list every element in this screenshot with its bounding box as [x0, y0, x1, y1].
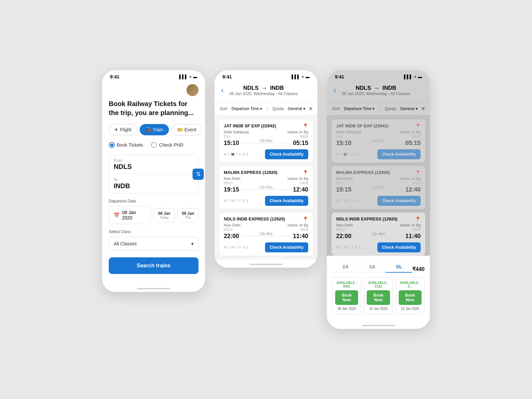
arrive-time-0: 05:15: [405, 140, 421, 147]
depart-time-1: 19:15: [336, 186, 351, 193]
tab-event[interactable]: 🎫 Event: [172, 124, 202, 135]
headline: Book Railway Tickets for the trip, you a…: [109, 99, 199, 117]
class-tab-3a[interactable]: 3A: [359, 261, 385, 272]
class-label: Select Class: [109, 229, 199, 234]
tab-train[interactable]: 🚂 Train: [140, 124, 169, 135]
class-tab-2a[interactable]: 2A: [332, 261, 359, 272]
swap-button[interactable]: ⇅: [193, 169, 204, 180]
class-tabs: 2A 3A SL: [332, 261, 412, 273]
from-name-1: New Delhi: [224, 177, 240, 181]
train-codes-0: DSJ INDB: [336, 135, 421, 138]
book-now-btn-2[interactable]: Book Now: [399, 290, 422, 305]
arrive-time-2: 11:40: [293, 233, 308, 240]
search-trains-button[interactable]: Search trains: [109, 257, 199, 274]
filter-icon-3[interactable]: ≡: [422, 106, 425, 112]
ticket-icon: 🎫: [177, 127, 183, 132]
check-avail-btn-0[interactable]: Check Availability: [265, 149, 308, 159]
duration-line-2: 13h 40m: [353, 236, 403, 236]
quota-select-2[interactable]: General ▾: [288, 106, 305, 111]
depart-time-1: 19:15: [224, 186, 239, 193]
to-name-2: Indore Jn Bg: [288, 223, 308, 227]
day-W-1: W: [343, 199, 346, 203]
day-M-0: M: [336, 153, 339, 156]
sort-select-3[interactable]: Departure Time ▾: [344, 106, 374, 111]
book-now-btn-0[interactable]: Book Now: [335, 290, 358, 305]
back-button-3[interactable]: ‹: [333, 86, 336, 95]
train-codes-0: DSJ INDB: [224, 135, 308, 138]
train-name-1: MALWA EXPRESS (12920): [336, 170, 390, 175]
train-card-2[interactable]: NDLS INDB EXPRESS (12920) 📍 New Delhi In…: [332, 212, 425, 256]
check-avail-btn-2[interactable]: Check Availability: [377, 242, 421, 252]
check-avail-btn-1[interactable]: Check Availability: [265, 196, 308, 206]
class-tab-sl[interactable]: SL: [386, 261, 412, 273]
to-code-1: INDB: [413, 181, 421, 185]
train-stations-1: New Delhi Indore Jn Bg: [224, 177, 308, 181]
from-code-2: NDLS: [224, 228, 233, 231]
day-T-1: T: [348, 199, 350, 203]
status-icons-3: ▌▌▌ ≈ ▬: [404, 74, 422, 79]
from-name-2: New Delhi: [224, 223, 240, 227]
date-pill-1[interactable]: 09 Jan Thu: [178, 208, 199, 222]
signal-icon-2: ▌▌▌: [292, 74, 300, 79]
book-now-btn-1[interactable]: Book Now: [367, 290, 390, 305]
home-bar: [137, 288, 170, 289]
home-indicator-1: [102, 284, 205, 292]
user-avatar[interactable]: [187, 84, 199, 96]
radio-book[interactable]: Book Tickets: [109, 142, 143, 148]
class-value: All Classes: [114, 241, 137, 246]
location-icon-2: 📍: [415, 216, 421, 222]
from-code-0: DSJ: [224, 135, 230, 138]
status-time-3: 9:41: [335, 74, 344, 79]
check-avail-btn-1[interactable]: Check Availability: [377, 196, 421, 206]
check-avail-btn-2[interactable]: Check Availability: [265, 242, 308, 252]
location-icon-2: 📍: [303, 216, 308, 222]
day-T-2: T: [228, 246, 230, 249]
duration-line-2: 13h 40m: [241, 236, 291, 236]
location-icon-0: 📍: [303, 123, 308, 129]
to-value: INDB: [114, 182, 194, 190]
train-times-0: 15:10 14h 05m 05:15: [336, 140, 421, 147]
days-row-1: MTWTFSS: [224, 199, 248, 203]
train-card-0[interactable]: JAT INDB SF EXP (22942) 📍 Delhi Safdarjn…: [219, 119, 313, 163]
home-indicator-3: [327, 321, 430, 329]
day-S-1: S: [355, 199, 357, 203]
day-W-0: W: [231, 153, 234, 156]
from-field[interactable]: From NDLS To INDB: [109, 155, 199, 194]
train-name-1: MALWA EXPRESS (12920): [224, 170, 277, 175]
day-W-2: W: [231, 246, 234, 249]
home-indicator-2: [214, 260, 318, 268]
sort-select-2[interactable]: Departure Time ▾: [231, 106, 262, 111]
date-pill-0[interactable]: 08 Jan Today: [154, 208, 175, 222]
day-F-0: F: [351, 153, 353, 156]
train-stations-2: New Delhi Indore Jn Bg: [336, 223, 421, 227]
quota-select-3[interactable]: General ▾: [400, 106, 418, 111]
dotted-line-2: [241, 236, 291, 236]
day-S-2: S: [246, 246, 248, 249]
day-S-1: S: [242, 199, 245, 203]
train-card-0[interactable]: JAT INDB SF EXP (22942) 📍 Delhi Safdarjn…: [332, 119, 425, 163]
train-card-1[interactable]: MALWA EXPRESS (12920) 📍 New Delhi Indore…: [219, 166, 313, 209]
battery-icon: ▬: [193, 74, 197, 79]
dotted-line-0: [241, 143, 291, 143]
route-subtitle-3: 08 Jan 2020, Wednesday - All Classes: [342, 91, 410, 96]
days-row-2: MTWTFSS: [336, 246, 360, 249]
train-card-1[interactable]: MALWA EXPRESS (12920) 📍 New Delhi Indore…: [332, 166, 425, 209]
quota-label-3: Quota:: [385, 106, 397, 111]
sort-label-2: Sort:: [220, 106, 228, 111]
back-button-2[interactable]: ‹: [221, 86, 223, 95]
to-name-2: Indore Jn Bg: [400, 223, 421, 227]
tab-flight[interactable]: ✈ Flight: [109, 124, 137, 135]
from-name-0: Delhi Safdarjng: [336, 130, 361, 134]
date-main[interactable]: 📅 08 Jan 2020: [109, 206, 151, 224]
check-avail-btn-0[interactable]: Check Availability: [377, 149, 421, 159]
avail-date-2: 22 Jan 2020: [399, 307, 422, 311]
radio-pnr[interactable]: Check PNR: [151, 142, 183, 148]
class-select[interactable]: All Classes ▾: [109, 237, 199, 251]
depart-time-2: 22:00: [336, 233, 351, 240]
avail-date-1: 15 Jan 2020: [367, 307, 390, 311]
screen2-header: ‹ NDLS → INDB 08 Jan 2020, Wednesday - A…: [214, 81, 318, 102]
screen1-phone: 9:41 ▌▌▌ ≈ ▬ Book Railway Tickets for th…: [102, 70, 205, 292]
train-card-2[interactable]: NDLS INDB EXPRESS (12920) 📍 New Delhi In…: [219, 212, 313, 256]
filter-icon-2[interactable]: ≡: [309, 106, 312, 112]
card-bottom-1: MTWTFSS Check Availability: [336, 196, 421, 206]
